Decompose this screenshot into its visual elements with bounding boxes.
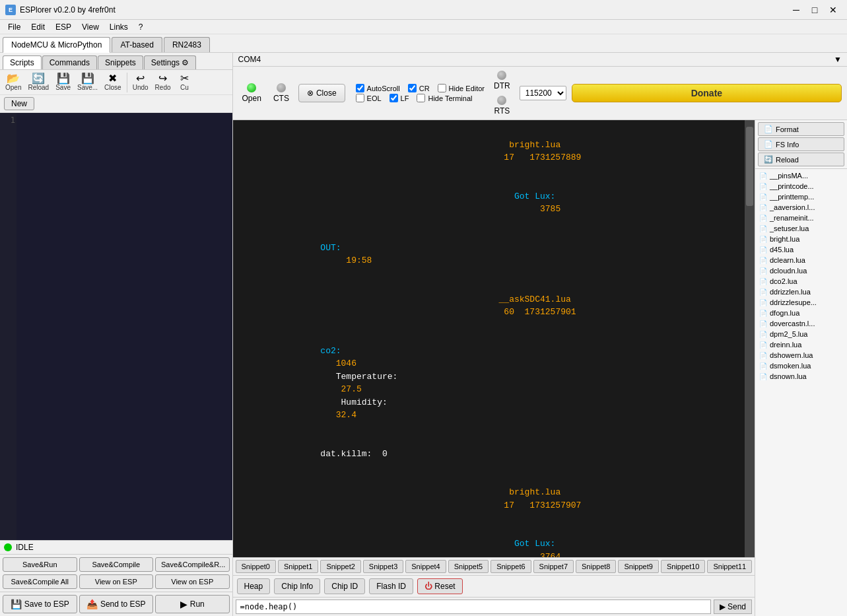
list-item[interactable]: 📄dpm2_5.lua: [757, 329, 846, 339]
menu-links[interactable]: Links: [104, 21, 133, 33]
menu-file[interactable]: File: [3, 21, 26, 33]
snippet3-button[interactable]: Snippet3: [363, 560, 403, 573]
maximize-button[interactable]: □: [806, 3, 823, 17]
reload-button[interactable]: 🔄 Reload: [25, 72, 51, 92]
minimize-button[interactable]: ─: [788, 3, 805, 17]
list-item[interactable]: 📄dovercastn.l...: [757, 318, 846, 329]
eol-checkbox[interactable]: [356, 94, 364, 102]
list-item[interactable]: 📄__printtemp...: [757, 191, 846, 202]
cr-checkbox[interactable]: [408, 84, 417, 92]
com-dropdown-arrow[interactable]: ▼: [834, 55, 842, 64]
close-conn-button[interactable]: ⊗ Close: [298, 84, 345, 102]
cut-button[interactable]: ✂ Cu: [175, 72, 195, 92]
menu-edit[interactable]: Edit: [26, 21, 50, 33]
chip-id-button[interactable]: Chip ID: [324, 578, 365, 594]
list-item[interactable]: 📄ddrizzlesupe...: [757, 297, 846, 308]
list-item[interactable]: 📄dsnown.lua: [757, 371, 846, 382]
list-item[interactable]: 📄d45.lua: [757, 244, 846, 255]
save-compile-button[interactable]: Save&Compile: [79, 557, 154, 572]
snippet7-button[interactable]: Snippet7: [533, 560, 574, 573]
save-compile-run-button[interactable]: Save&Compile&R...: [155, 557, 230, 572]
list-item[interactable]: 📄dfogn.lua: [757, 308, 846, 318]
tab-scripts[interactable]: Scripts: [3, 55, 42, 69]
format-button[interactable]: 📄 Format: [758, 122, 844, 136]
baud-select[interactable]: 9600 19200 38400 57600 115200 230400: [520, 86, 566, 100]
redo-button[interactable]: ↪ Redo: [152, 72, 174, 92]
snippet5-button[interactable]: Snippet5: [448, 560, 489, 573]
snippet2-button[interactable]: Snippet2: [320, 560, 360, 573]
file-icon: 📄: [759, 204, 767, 211]
reload-fs-button[interactable]: 🔄 Reload: [758, 153, 844, 166]
close-file-button[interactable]: ✖ Close: [102, 72, 124, 92]
open-conn-button[interactable]: Open: [238, 82, 265, 104]
save-button[interactable]: 💾 Save: [53, 72, 73, 92]
reset-button[interactable]: ⏻ Reset: [417, 578, 463, 594]
list-item[interactable]: 📄_setuser.lua: [757, 223, 846, 234]
undo-button[interactable]: ↩ Undo: [130, 72, 151, 92]
save-compile-all-button[interactable]: Save&Compile All: [3, 574, 77, 589]
save-to-esp-button[interactable]: 💾 Save to ESP: [3, 595, 77, 613]
editor-area[interactable]: 1: [0, 113, 232, 540]
snippet8-button[interactable]: Snippet8: [576, 560, 616, 573]
list-item[interactable]: 📄__pinsMA...: [757, 170, 846, 181]
snippet6-button[interactable]: Snippet6: [491, 560, 531, 573]
tab-settings[interactable]: Settings ⚙: [144, 55, 197, 69]
tab-nodemcu[interactable]: NodeMCU & MicroPython: [3, 37, 110, 53]
fs-info-button[interactable]: 📄 FS Info: [758, 137, 844, 151]
terminal-scrollbar-thumb[interactable]: [746, 127, 753, 206]
command-input[interactable]: [236, 599, 711, 614]
snippet4-button[interactable]: Snippet4: [405, 560, 446, 573]
editor-content[interactable]: [17, 113, 232, 540]
save-as-button[interactable]: 💾 Save...: [75, 72, 100, 92]
hide-editor-checkbox[interactable]: [438, 84, 446, 92]
list-item[interactable]: 📄dclearn.lua: [757, 255, 846, 265]
list-item[interactable]: 📄_renameinit...: [757, 213, 846, 223]
snippet9-button[interactable]: Snippet9: [618, 560, 658, 573]
list-item[interactable]: 📄dsmoken.lua: [757, 360, 846, 371]
autoscroll-checkbox[interactable]: [356, 84, 364, 92]
file-toolbar: 📄 Format 📄 FS Info 🔄 Reload: [755, 120, 847, 169]
flash-id-button[interactable]: Flash ID: [369, 578, 413, 594]
list-item[interactable]: 📄ddrizzlen.lua: [757, 287, 846, 297]
send-cmd-button[interactable]: ▶ Send: [714, 599, 752, 614]
save-run-button[interactable]: Save&Run: [3, 557, 77, 572]
list-item[interactable]: 📄dcloudn.lua: [757, 265, 846, 276]
hide-terminal-label: Hide Terminal: [428, 94, 472, 102]
terminal[interactable]: bright.lua 17 1731257889 Got Lux: 3785 O…: [233, 120, 755, 557]
tab-at-based[interactable]: AT-based: [112, 37, 162, 52]
tab-rn2483[interactable]: RN2483: [164, 37, 210, 52]
dtr-button[interactable]: DTR: [490, 69, 514, 92]
list-item[interactable]: 📄dco2.lua: [757, 276, 846, 287]
open-button[interactable]: 📂 Open: [3, 72, 24, 92]
tab-commands[interactable]: Commands: [42, 55, 97, 69]
list-item[interactable]: 📄__printcode...: [757, 181, 846, 191]
run-button[interactable]: ▶ Run: [155, 595, 230, 613]
menu-view[interactable]: View: [77, 21, 104, 33]
view-on-esp-button1[interactable]: View on ESP: [79, 574, 154, 589]
snippet11-button[interactable]: Snippet11: [707, 560, 752, 573]
terminal-scrollbar[interactable]: [745, 120, 755, 557]
hide-terminal-checkbox[interactable]: [417, 94, 425, 102]
view-on-esp-button2[interactable]: View on ESP: [155, 574, 230, 589]
chip-info-button[interactable]: Chip Info: [274, 578, 320, 594]
close-window-button[interactable]: ✕: [825, 3, 842, 17]
snippet10-button[interactable]: Snippet10: [661, 560, 706, 573]
list-item[interactable]: 📄dshowern.lua: [757, 350, 846, 360]
lf-checkbox[interactable]: [390, 94, 398, 102]
menu-esp[interactable]: ESP: [50, 21, 77, 33]
donate-button[interactable]: Donate: [572, 84, 842, 102]
new-file-button[interactable]: New: [4, 97, 34, 110]
list-item[interactable]: 📄dreinn.lua: [757, 339, 846, 350]
snippet1-button[interactable]: Snippet1: [278, 560, 318, 573]
send-to-esp-button[interactable]: 📤 Send to ESP: [79, 595, 154, 613]
list-item[interactable]: 📄bright.lua: [757, 234, 846, 244]
menu-help[interactable]: ?: [133, 21, 149, 33]
list-item[interactable]: 📄_aaversion.l...: [757, 202, 846, 213]
heap-button[interactable]: Heap: [237, 578, 271, 594]
rts-label: RTS: [494, 106, 510, 116]
tab-snippets[interactable]: Snippets: [98, 55, 143, 69]
snippet0-button[interactable]: Snippet0: [236, 560, 276, 573]
rts-button[interactable]: RTS: [490, 94, 514, 117]
file-icon: 📄: [759, 331, 767, 338]
cts-button[interactable]: CTS: [269, 82, 293, 104]
